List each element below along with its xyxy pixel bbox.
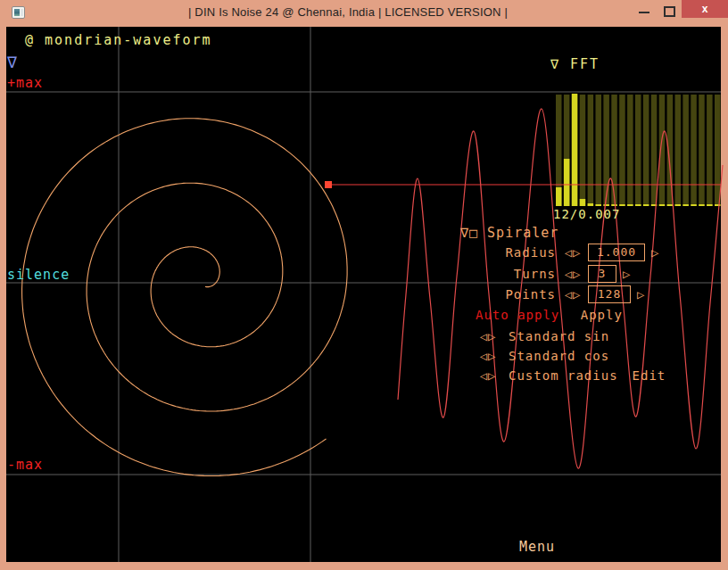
fft-background-bar: [643, 95, 649, 206]
option-standard-sin: ◁▷ Standard sin: [476, 327, 609, 345]
fft-magnitude-bar: [699, 204, 705, 206]
spiraler-field-points: Points ◁▷ 128 ▷: [428, 285, 645, 304]
fft-background-bar: [611, 95, 617, 206]
radius-value-box[interactable]: 1.000: [588, 244, 645, 261]
option-stepper-icon[interactable]: ◁▷: [476, 368, 500, 383]
option-label[interactable]: Custom radius: [509, 368, 618, 383]
spiral-path[interactable]: [22, 119, 348, 476]
fft-background-bar: [659, 95, 666, 206]
fft-magnitude-bar: [643, 204, 649, 206]
editor-title: @ mondrian-waveform: [25, 32, 212, 48]
spiraler-field-radius: Radius ◁▷ 1.000 ▷: [428, 243, 659, 262]
fft-background-bar: [580, 95, 586, 206]
option-stepper-icon[interactable]: ◁▷: [476, 349, 500, 363]
spiraler-dropdown-icon[interactable]: ∇□: [460, 225, 478, 241]
points-increment-icon[interactable]: ▷: [637, 287, 645, 302]
fft-background-bar: [691, 95, 697, 206]
fft-magnitude-bar: [675, 204, 682, 206]
axis-label-plus-max: +max: [7, 75, 43, 91]
option-label[interactable]: Standard cos: [509, 349, 609, 363]
turns-increment-icon[interactable]: ▷: [623, 267, 631, 281]
radius-increment-icon[interactable]: ▷: [651, 245, 659, 260]
fft-magnitude-bar: [659, 204, 666, 206]
fft-magnitude-bar: [572, 94, 578, 206]
fft-background-bar: [596, 95, 602, 206]
fft-background-bar: [707, 95, 713, 206]
fft-background-bar: [619, 95, 625, 206]
option-custom-radius: ◁▷ Custom radius Edit: [476, 367, 666, 384]
app-window: | DIN Is Noise 24 @ Chennai, India | LIC…: [0, 0, 728, 570]
fft-magnitude-bar: [611, 204, 617, 206]
fft-magnitude-bar: [627, 204, 633, 206]
fft-background-bar: [635, 95, 641, 206]
field-label: Points: [428, 287, 556, 302]
axis-label-minus-max: -max: [7, 457, 43, 473]
fft-magnitude-bar: [682, 204, 689, 206]
fft-header[interactable]: ∇ FFT: [550, 56, 600, 72]
spiraler-field-turns: Turns ◁▷ 3 ▷: [428, 264, 631, 284]
turns-stepper-icon[interactable]: ◁▷: [560, 267, 585, 281]
fft-magnitude-bar: [580, 199, 586, 206]
fft-magnitude-bar: [667, 204, 674, 206]
fft-magnitude-bar: [603, 204, 609, 206]
field-label: Turns: [428, 267, 556, 281]
fft-magnitude-bar: [564, 159, 570, 206]
radius-stepper-icon[interactable]: ◁▷: [560, 245, 585, 260]
fft-magnitude-bar: [691, 204, 697, 206]
points-stepper-icon[interactable]: ◁▷: [560, 287, 585, 302]
fft-background-bar: [699, 95, 705, 206]
auto-apply-toggle[interactable]: Auto apply: [476, 308, 559, 322]
menu-button[interactable]: Menu: [519, 539, 555, 555]
points-value-box[interactable]: 128: [588, 285, 631, 303]
playhead-marker[interactable]: [325, 181, 332, 188]
fft-magnitude-bar: [619, 204, 625, 206]
fft-background-bar: [715, 95, 721, 206]
editor-dropdown-icon[interactable]: ∇: [7, 53, 17, 71]
fft-magnitude-bar: [588, 203, 594, 206]
apply-row: Auto apply Apply: [476, 308, 623, 322]
fft-background-bar: [682, 95, 689, 206]
fft-magnitude-bar: [596, 204, 602, 206]
option-stepper-icon[interactable]: ◁▷: [476, 329, 500, 343]
spiraler-header[interactable]: ∇□ Spiraler: [460, 225, 558, 241]
fft-background-bar: [627, 95, 633, 206]
option-label[interactable]: Standard sin: [509, 329, 609, 343]
fft-background-bar: [603, 95, 609, 206]
turns-value-box[interactable]: 3: [588, 265, 616, 283]
axis-label-silence: silence: [7, 267, 70, 283]
option-standard-cos: ◁▷ Standard cos: [476, 347, 609, 365]
fft-magnitude-bar: [556, 187, 562, 206]
edit-button[interactable]: Edit: [633, 368, 666, 383]
apply-button[interactable]: Apply: [581, 308, 623, 322]
fft-background-bar: [675, 95, 682, 206]
fft-background-bar: [588, 95, 594, 206]
fft-background-bar: [651, 95, 658, 206]
fft-magnitude-bar: [635, 204, 641, 206]
fft-magnitude-bar: [707, 204, 713, 206]
field-label: Radius: [428, 245, 556, 260]
fft-dropdown-icon[interactable]: ∇: [550, 56, 560, 72]
fft-readout: 12/0.007: [553, 207, 620, 221]
